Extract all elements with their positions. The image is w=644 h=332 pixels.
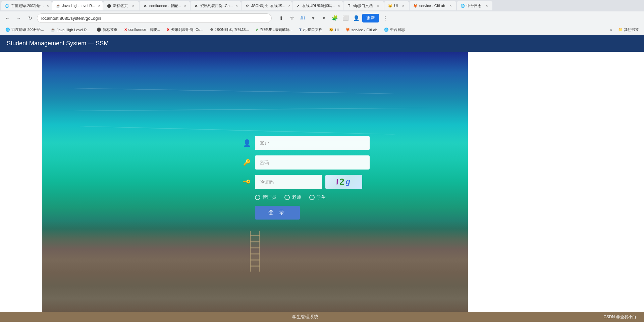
dropdown2-icon[interactable]: ▾	[319, 13, 329, 23]
login-button[interactable]: 登 录	[255, 206, 300, 220]
bookmark-label-url: 在线URL编码解码...	[260, 27, 292, 32]
tab-news[interactable]: ✖ 资讯列表用例--Co... ×	[191, 1, 241, 10]
tab-label-log: 中台日志	[467, 3, 481, 8]
browser-chrome: 🌐 百度翻译-200种语... × ☕ Java High Level R...…	[0, 0, 644, 35]
tab-close-confluence[interactable]: ×	[184, 3, 186, 8]
tab-close-newtab[interactable]: ×	[131, 3, 136, 8]
captcha-char3: 2	[339, 177, 345, 187]
username-input[interactable]	[255, 136, 370, 150]
bookmarks-more[interactable]: »	[608, 27, 614, 33]
tab-label-json: JSON对比, 在线JS...	[251, 3, 285, 8]
captcha-image[interactable]: l 2 g	[325, 175, 362, 189]
tab-close-vip[interactable]: ×	[376, 3, 380, 8]
ladder-rung-1	[250, 235, 260, 236]
bookmark-label-newtab: 新标签页	[103, 27, 117, 32]
radio-teacher-circle	[284, 195, 290, 200]
bookmark-folder-other[interactable]: 📁 其他书签	[615, 27, 641, 33]
ocean-background: 👤 🔑 🔑 l 2	[42, 52, 468, 312]
sidebar-left	[0, 52, 42, 312]
ladder-rung-6	[250, 266, 260, 267]
captcha-input[interactable]	[255, 175, 322, 189]
tab-close-log[interactable]: ×	[484, 3, 489, 8]
tab-json[interactable]: ⚙ JSON对比, 在线JS... ×	[241, 1, 292, 10]
tab-close-json[interactable]: ×	[288, 3, 290, 8]
tab-java[interactable]: ☕ Java High Level R... ×	[52, 1, 103, 10]
menu-icon[interactable]: ⋮	[380, 13, 390, 23]
tab-label-newtab: 新标签页	[113, 3, 128, 8]
role-admin[interactable]: 管理员	[255, 194, 276, 200]
address-bar[interactable]	[37, 13, 272, 23]
tab-confluence[interactable]: ✖ confluence - 智能... ×	[140, 1, 190, 10]
update-button[interactable]: 更新	[362, 14, 379, 22]
bookmark-favicon-confluence: ✖	[124, 28, 127, 32]
refresh-button[interactable]: ↻	[25, 13, 35, 23]
role-teacher[interactable]: 老师	[284, 194, 301, 200]
bookmark-vip[interactable]: T vip接口文档	[297, 27, 325, 33]
captcha-char4: g	[346, 178, 352, 186]
tab-gitlab[interactable]: 🦊 service - GitLab ×	[410, 1, 456, 10]
dropdown-icon[interactable]: ▾	[309, 13, 318, 23]
tab-favicon-gitlab: 🦊	[413, 3, 418, 8]
tab-close-url[interactable]: ×	[338, 3, 340, 8]
bookmark-json[interactable]: ⚙ JSON对比, 在线JS...	[207, 27, 251, 33]
window-icon[interactable]: ⬜	[341, 13, 350, 23]
bookmark-news[interactable]: ✖ 资讯列表用例--Co...	[164, 27, 206, 33]
tab-close-translate[interactable]: ×	[47, 3, 49, 8]
user-icon: 👤	[242, 139, 252, 147]
tab-favicon-log: 🌐	[460, 3, 465, 8]
tab-favicon-news: ✖	[194, 3, 199, 8]
tab-label-news: 资讯列表用例--Co...	[200, 3, 233, 8]
tab-label-gitlab: service - GitLab	[419, 4, 445, 8]
bookmark-gitlab[interactable]: 🦊 service - GitLab	[343, 27, 380, 33]
ladder	[250, 231, 260, 272]
bookmark-favicon-ui: 🐱	[329, 28, 334, 32]
puzzle-icon[interactable]: 🧩	[330, 13, 339, 23]
browser-toolbar: ← → ↻ ⬆ ☆ JH ▾ ▾ 🧩 ⬜ 👤 更新 ⋮	[0, 11, 644, 25]
app-header: Student Management System — SSM	[0, 35, 644, 52]
page-footer: 学生管理系统 CSDN @全栈小白.	[0, 312, 644, 322]
password-input[interactable]	[255, 155, 370, 170]
tab-newtab[interactable]: ⚫ 新标签页 ×	[103, 1, 139, 10]
tab-favicon-ui: 🐱	[388, 3, 392, 8]
footer-right-text: CSDN @全栈小白.	[603, 314, 637, 320]
bookmark-favicon-log: 🌐	[384, 28, 389, 32]
tab-label-confluence: confluence - 智能...	[149, 3, 181, 8]
radio-admin-circle	[255, 195, 260, 200]
share-icon[interactable]: ⬆	[276, 13, 286, 23]
tab-label-vip: vip接口文档	[353, 3, 373, 8]
bookmark-favicon-vip: T	[299, 28, 302, 32]
tab-ui[interactable]: 🐱 UI ×	[384, 1, 409, 10]
role-admin-label: 管理员	[262, 194, 276, 200]
bookmark-log[interactable]: 🌐 中台日志	[381, 27, 408, 33]
tab-translate[interactable]: 🌐 百度翻译-200种语... ×	[1, 1, 52, 10]
bookmark-url[interactable]: ✔ 在线URL编码解码...	[253, 27, 295, 33]
tab-url[interactable]: ✔ 在线URL编码解码... ×	[292, 1, 343, 10]
key-icon: 🔑	[241, 176, 252, 187]
bookmark-ui[interactable]: 🐱 UI	[326, 27, 341, 33]
tab-close-java[interactable]: ×	[98, 3, 100, 8]
lock-icon: 🔑	[242, 159, 252, 166]
tabs-bar: 🌐 百度翻译-200种语... × ☕ Java High Level R...…	[0, 0, 644, 11]
password-row: 🔑	[242, 155, 370, 170]
bookmark-favicon-url: ✔	[256, 28, 259, 32]
tab-label-java: Java High Level R...	[62, 4, 95, 8]
bookmark-confluence[interactable]: ✖ confluence - 智能...	[121, 27, 163, 33]
tab-vip[interactable]: T vip接口文档 ×	[343, 1, 384, 10]
tab-log[interactable]: 🌐 中台日志 ×	[457, 1, 492, 10]
ladder-rung-3	[250, 247, 260, 248]
tab-close-gitlab[interactable]: ×	[448, 3, 453, 8]
role-student[interactable]: 学生	[309, 194, 326, 200]
bookmark-icon[interactable]: ☆	[287, 13, 297, 23]
back-button[interactable]: ←	[3, 13, 12, 23]
bookmark-favicon-java: ☕	[51, 28, 55, 32]
ladder-rung-5	[250, 259, 260, 260]
forward-button[interactable]: →	[14, 13, 23, 23]
tab-close-news[interactable]: ×	[236, 3, 238, 8]
bookmark-translate[interactable]: 🌐 百度翻译-200种语...	[3, 27, 47, 33]
extension-icon[interactable]: JH	[298, 13, 307, 23]
tab-close-ui[interactable]: ×	[401, 3, 406, 8]
bookmark-java[interactable]: ☕ Java High Level R...	[48, 27, 92, 33]
bookmark-newtab[interactable]: ⚫ 新标签页	[94, 27, 120, 33]
profile-icon[interactable]: 👤	[352, 13, 361, 23]
tab-label-url: 在线URL编码解码...	[302, 3, 335, 8]
